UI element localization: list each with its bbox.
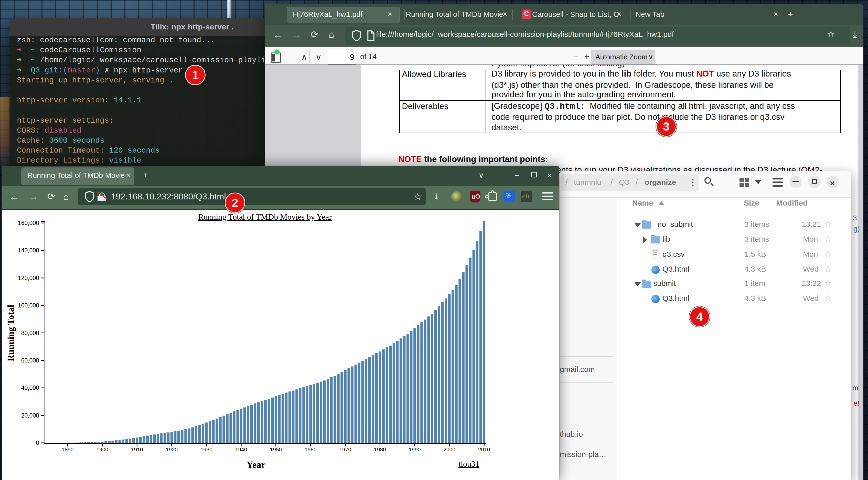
svg-text:120,000: 120,000 [18, 275, 39, 281]
svg-text:Running Total of TMDb Movies b: Running Total of TMDb Movies by Year [198, 212, 332, 221]
svg-text:0: 0 [36, 440, 39, 446]
svg-text:80,000: 80,000 [21, 330, 39, 336]
svg-text:1970: 1970 [339, 447, 351, 452]
svg-text:2000: 2000 [443, 447, 455, 452]
svg-text:tlou31: tlou31 [459, 459, 479, 469]
svg-text:1900: 1900 [96, 447, 108, 452]
svg-text:1930: 1930 [200, 447, 213, 452]
svg-text:1920: 1920 [166, 447, 178, 452]
svg-text:1960: 1960 [305, 447, 317, 452]
svg-text:Running Total: Running Total [6, 305, 16, 361]
svg-text:140,000: 140,000 [18, 247, 39, 254]
svg-text:160,000: 160,000 [18, 220, 39, 226]
svg-text:1890: 1890 [62, 447, 74, 452]
svg-text:1980: 1980 [374, 447, 386, 452]
svg-text:Year: Year [247, 459, 266, 470]
svg-text:1990: 1990 [409, 447, 421, 452]
svg-text:1950: 1950 [270, 447, 282, 452]
svg-text:40,000: 40,000 [21, 385, 39, 391]
svg-text:20,000: 20,000 [21, 412, 39, 419]
svg-text:2010: 2010 [478, 447, 490, 452]
svg-text:1940: 1940 [235, 447, 247, 452]
svg-text:60,000: 60,000 [21, 357, 39, 364]
svg-text:100,000: 100,000 [18, 302, 39, 309]
svg-text:1910: 1910 [131, 447, 143, 452]
